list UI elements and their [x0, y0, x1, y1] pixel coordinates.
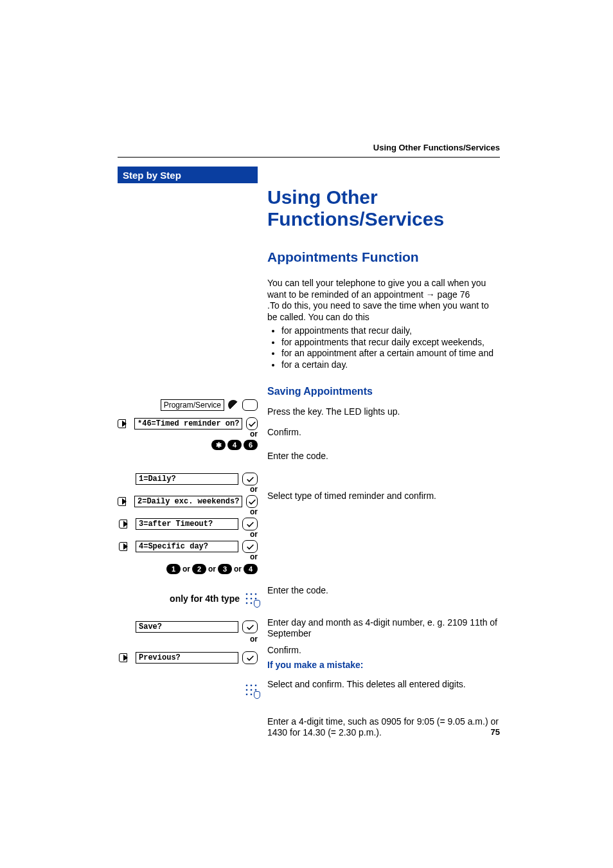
- nav-arrow-icon-2[interactable]: [118, 497, 130, 506]
- bullet-3: for an appointment after a certain amoun…: [281, 348, 500, 359]
- keypad-icon[interactable]: [245, 592, 258, 605]
- step-confirm-2: Confirm.: [267, 645, 500, 656]
- or-sep-3: or: [234, 565, 242, 574]
- bullet-4: for a certain day.: [281, 359, 500, 371]
- bullet-2: for appointments that recur daily except…: [281, 337, 500, 348]
- opt3-row: 3=after Timeout?: [118, 518, 258, 530]
- previous-row: Previous?: [118, 651, 258, 664]
- key-1[interactable]: 1: [166, 564, 181, 574]
- header-rule: [118, 157, 500, 158]
- running-header: Using Other Functions/Services: [373, 143, 500, 152]
- program-service-label: Program/Service: [161, 399, 224, 411]
- or-label-5: or: [250, 552, 258, 561]
- step-enter-time: Enter a 4-digit time, such as 0905 for 9…: [267, 716, 500, 739]
- h3-title: Saving Appointments: [267, 386, 500, 397]
- main-column: Using Other Functions/Services Appointme…: [267, 186, 500, 739]
- lcd-opt3: 3=after Timeout?: [136, 518, 238, 530]
- mistake-heading: If you make a mistake:: [267, 660, 500, 670]
- or-label-2: or: [250, 485, 258, 494]
- code-keys-row: ✱ 4 6: [211, 440, 258, 450]
- or-sep-1: or: [182, 565, 190, 574]
- program-service-row: Program/Service: [118, 399, 258, 411]
- led-icon: [228, 400, 238, 410]
- nav-arrow-icon-5[interactable]: [119, 653, 132, 662]
- or-sep-2: or: [208, 565, 216, 574]
- or-label-1: or: [250, 429, 258, 439]
- step-select-delete: Select and confirm. This deletes all ent…: [267, 679, 500, 691]
- keypad-icon-2[interactable]: [245, 683, 258, 696]
- opt1-row: 1=Daily?: [118, 473, 258, 485]
- step-enter-code-2: Enter the code.: [267, 585, 500, 597]
- key-6[interactable]: 6: [244, 440, 258, 450]
- ok-button-opt1[interactable]: [242, 473, 258, 485]
- nav-arrow-icon-4[interactable]: [119, 542, 132, 551]
- or-label-6: or: [250, 635, 258, 644]
- intro-paragraph: You can tell your telephone to give you …: [267, 278, 500, 323]
- opt4-row: 4=Specific day?: [118, 540, 258, 553]
- only-4th-row: only for 4th type: [170, 592, 258, 605]
- key-4b[interactable]: 4: [244, 564, 258, 574]
- lcd-opt4: 4=Specific day?: [136, 541, 238, 552]
- keypad-time-row: [245, 683, 258, 699]
- nav-arrow-icon-3[interactable]: [119, 520, 132, 529]
- key-star[interactable]: ✱: [211, 440, 226, 450]
- h1-title: Using Other Functions/Services: [267, 186, 500, 230]
- lcd-save: Save?: [136, 621, 238, 633]
- step-day-month: Enter day and month as 4-digit number, e…: [267, 617, 500, 640]
- key-2[interactable]: 2: [192, 564, 206, 574]
- ok-button-save[interactable]: [242, 620, 258, 633]
- h2-title: Appointments Function: [267, 249, 500, 265]
- page-number: 75: [491, 727, 500, 737]
- ok-button[interactable]: [246, 417, 258, 430]
- or-label-4: or: [250, 530, 258, 539]
- save-row: Save?: [118, 620, 258, 633]
- or-label-3: or: [250, 507, 258, 516]
- key-box-icon[interactable]: [242, 399, 258, 411]
- key-4[interactable]: 4: [227, 440, 242, 450]
- sidebar-title: Step by Step: [118, 167, 258, 183]
- page: Using Other Functions/Services Step by S…: [0, 0, 613, 868]
- lcd-previous: Previous?: [136, 652, 238, 664]
- ok-button-opt2[interactable]: [246, 495, 258, 508]
- step-press-key: Press the key. The LED lights up.: [267, 406, 500, 418]
- opt2-row: 2=Daily exc. weekends?: [118, 495, 258, 508]
- intro-pageref: page 76: [435, 289, 470, 300]
- lcd-opt1: 1=Daily?: [136, 473, 238, 485]
- ok-button-opt4[interactable]: [242, 540, 258, 553]
- intro-text-2: .To do this, you need to save the time w…: [267, 300, 489, 322]
- intro-bullets: for appointments that recur daily, for a…: [267, 325, 500, 370]
- ok-button-opt3[interactable]: [242, 518, 258, 530]
- lcd-reminder: *46=Timed reminder on?: [134, 418, 242, 429]
- reminder-lcd-row: *46=Timed reminder on?: [118, 417, 258, 430]
- bullet-1: for appointments that recur daily,: [281, 325, 500, 337]
- ok-button-prev[interactable]: [242, 651, 258, 664]
- step-select-type: Select type of timed reminder and confir…: [267, 491, 500, 502]
- step-enter-code-1: Enter the code.: [267, 451, 500, 462]
- only-4th-label: only for 4th type: [170, 593, 240, 604]
- type-code-row: 1 or 2 or 3 or 4: [166, 564, 258, 574]
- key-3[interactable]: 3: [218, 564, 232, 574]
- arrow-icon: →: [426, 289, 435, 300]
- nav-arrow-icon[interactable]: [118, 419, 130, 428]
- step-confirm-1: Confirm.: [267, 427, 500, 439]
- lcd-opt2: 2=Daily exc. weekends?: [134, 496, 242, 507]
